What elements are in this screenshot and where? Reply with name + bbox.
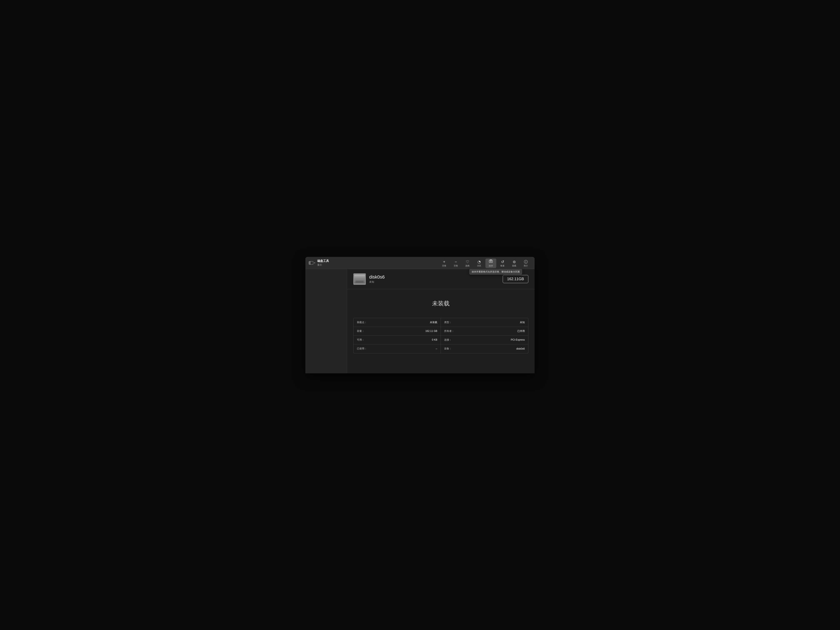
connection-value: PCI-Express xyxy=(511,338,525,341)
title-bar: ▾ 磁盘工具 显示 + 宗卷 − 宗卷 ♡ 急救 ◔ 分区 xyxy=(305,257,535,269)
disk-name-group: disk0s6 未知 xyxy=(369,275,385,284)
mount-point-row: 装载点： 未装载 xyxy=(354,318,441,327)
erase-label: 抹掉 xyxy=(489,264,493,267)
mount-button[interactable]: ⊜ 装载 xyxy=(509,259,519,268)
add-label: 宗卷 xyxy=(442,264,446,267)
app-window: ▾ 磁盘工具 显示 + 宗卷 − 宗卷 ♡ 急救 ◔ 分区 xyxy=(305,257,535,373)
capacity-label: 容量： xyxy=(357,329,365,333)
type-row: 类型： 未知 xyxy=(441,318,528,327)
type-label: 类型： xyxy=(444,321,452,324)
mount-point-label: 装载点： xyxy=(357,321,367,324)
used-value: -- xyxy=(436,347,437,350)
sidebar-toggle-button[interactable]: ▾ xyxy=(309,261,315,265)
info-table: 装载点： 未装载 容量： 162.11 GB 可用： 0 KB 已使用： xyxy=(353,318,528,353)
erase-icon xyxy=(489,259,493,264)
available-row: 可用： 0 KB xyxy=(354,336,441,344)
device-label: 设备： xyxy=(444,347,452,351)
mount-icon: ⊜ xyxy=(513,260,516,264)
remove-volume-button[interactable]: − 宗卷 xyxy=(450,259,461,268)
mount-label: 装载 xyxy=(512,264,516,267)
partition-icon: ◔ xyxy=(477,260,481,264)
restore-button[interactable]: ↺ 恢复 xyxy=(497,259,508,268)
disk-icon xyxy=(353,273,366,285)
firstaid-label: 急救 xyxy=(466,264,470,267)
owner-label: 所有者： xyxy=(444,329,454,333)
erase-button[interactable]: 抹掉 xyxy=(485,259,496,268)
remove-icon: − xyxy=(455,260,457,264)
title-left: ▾ 磁盘工具 显示 xyxy=(309,259,329,268)
owner-value: 已停用 xyxy=(517,329,525,333)
sidebar xyxy=(305,269,347,373)
disk-info: disk0s6 未知 xyxy=(353,273,385,285)
main-panel: disk0s6 未知 162.11GB 未装载 装载点： 未装载 xyxy=(347,269,535,373)
available-value: 0 KB xyxy=(432,338,437,341)
restore-icon: ↺ xyxy=(501,260,504,264)
device-value: disk0s6 xyxy=(516,347,525,350)
remove-label: 宗卷 xyxy=(454,264,458,267)
add-volume-button[interactable]: + 宗卷 xyxy=(439,259,450,268)
info-icon: ⓘ xyxy=(524,260,528,264)
chevron-down-icon: ▾ xyxy=(314,262,315,264)
owner-row: 所有者： 已停用 xyxy=(441,327,528,336)
info-button[interactable]: ⓘ 简介 xyxy=(520,259,531,268)
disk-subtitle: 未知 xyxy=(369,280,385,284)
info-column-right: 类型： 未知 所有者： 已停用 连接： PCI-Express 设备： xyxy=(441,318,528,353)
status-area: 未装载 xyxy=(347,289,535,316)
app-title: 磁盘工具 xyxy=(317,259,329,263)
content-area: disk0s6 未知 162.11GB 未装载 装载点： 未装载 xyxy=(305,269,535,373)
firstaid-button[interactable]: ♡ 急救 xyxy=(462,259,473,268)
toolbar: + 宗卷 − 宗卷 ♡ 急救 ◔ 分区 xyxy=(439,259,531,269)
connection-label: 连接： xyxy=(444,338,452,342)
capacity-row: 容量： 162.11 GB xyxy=(354,327,441,336)
info-label: 简介 xyxy=(524,264,528,267)
display-label: 显示 xyxy=(317,263,329,267)
erase-tooltip: 抹掉并重新格式化所选宗卷、驱动或设备分区图 xyxy=(469,269,522,275)
disk-name: disk0s6 xyxy=(369,275,385,280)
svg-rect-1 xyxy=(490,260,492,261)
info-table-inner: 装载点： 未装载 容量： 162.11 GB 可用： 0 KB 已使用： xyxy=(354,318,528,353)
partition-label: 分区 xyxy=(477,264,481,267)
device-row: 设备： disk0s6 xyxy=(441,344,528,353)
add-icon: + xyxy=(443,260,445,264)
disk-size-badge: 162.11GB xyxy=(503,275,528,283)
used-label: 已使用： xyxy=(357,347,367,351)
used-row: 已使用： -- xyxy=(354,344,441,353)
restore-label: 恢复 xyxy=(501,264,505,267)
firstaid-icon: ♡ xyxy=(466,260,469,264)
available-label: 可用： xyxy=(357,338,365,342)
connection-row: 连接： PCI-Express xyxy=(441,336,528,344)
partition-button[interactable]: ◔ 分区 xyxy=(474,259,485,268)
info-column-left: 装载点： 未装载 容量： 162.11 GB 可用： 0 KB 已使用： xyxy=(354,318,441,353)
status-title: 未装载 xyxy=(353,300,528,308)
sidebar-toggle-icon xyxy=(309,261,313,265)
capacity-value: 162.11 GB xyxy=(425,330,437,333)
mount-point-value: 未装载 xyxy=(430,321,437,324)
type-value: 未知 xyxy=(520,321,525,324)
